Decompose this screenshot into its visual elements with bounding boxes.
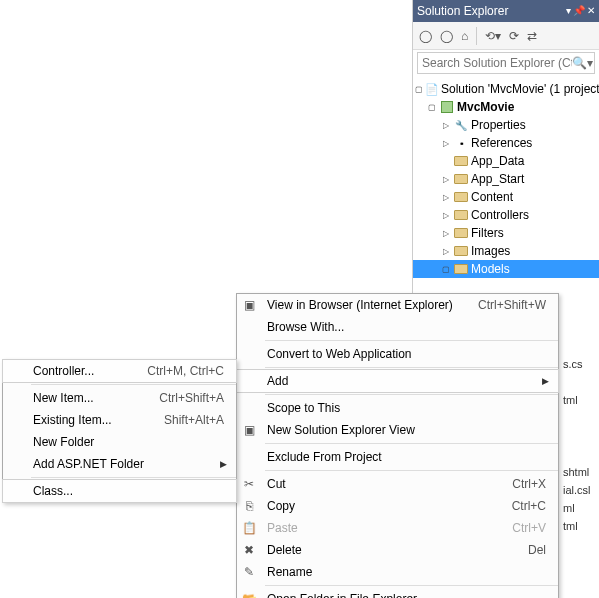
window-icon: ▣ <box>237 423 261 437</box>
folder-node[interactable]: Images <box>413 242 599 260</box>
submenu-existing-item[interactable]: Existing Item...Shift+Alt+A <box>3 409 236 431</box>
menu-delete[interactable]: ✖DeleteDel <box>237 539 558 561</box>
references-icon <box>453 136 469 150</box>
submenu-aspnet-folder[interactable]: Add ASP.NET Folder▶ <box>3 453 236 475</box>
separator <box>265 470 558 471</box>
menu-cut[interactable]: ✂CutCtrl+X <box>237 473 558 495</box>
submenu-class[interactable]: Class... <box>3 480 236 502</box>
submenu-arrow-icon: ▶ <box>542 376 554 386</box>
separator <box>265 394 558 395</box>
copy-icon: ⎘ <box>237 499 261 513</box>
separator <box>265 340 558 341</box>
open-folder-icon: 📂 <box>237 592 261 598</box>
menu-new-view[interactable]: ▣New Solution Explorer View <box>237 419 558 441</box>
folder-icon <box>453 172 469 186</box>
submenu-arrow-icon: ▶ <box>220 459 232 469</box>
wrench-icon <box>453 118 469 132</box>
menu-view-in-browser[interactable]: ▣View in Browser (Internet Explorer)Ctrl… <box>237 294 558 316</box>
add-submenu: Controller...Ctrl+M, Ctrl+C New Item...C… <box>2 359 237 503</box>
folder-icon <box>453 154 469 168</box>
folder-icon <box>453 244 469 258</box>
menu-convert[interactable]: Convert to Web Application <box>237 343 558 365</box>
panel-titlebar: Solution Explorer ▾ 📌 ✕ <box>413 0 599 22</box>
submenu-controller[interactable]: Controller...Ctrl+M, Ctrl+C <box>3 360 236 382</box>
folder-node[interactable]: Controllers <box>413 206 599 224</box>
folder-node[interactable]: Content <box>413 188 599 206</box>
separator <box>265 367 558 368</box>
paste-icon: 📋 <box>237 521 261 535</box>
submenu-new-item[interactable]: New Item...Ctrl+Shift+A <box>3 387 236 409</box>
separator <box>265 443 558 444</box>
context-menu: ▣View in Browser (Internet Explorer)Ctrl… <box>236 293 559 598</box>
back-icon[interactable]: ◯ <box>419 29 432 43</box>
collapse-icon[interactable]: ⇄ <box>527 29 537 43</box>
references-node[interactable]: References <box>413 134 599 152</box>
menu-add[interactable]: Add▶ <box>237 370 558 392</box>
search-icon[interactable]: 🔍 <box>572 56 587 70</box>
folder-node[interactable]: App_Start <box>413 170 599 188</box>
separator <box>265 585 558 586</box>
menu-paste: 📋PasteCtrl+V <box>237 517 558 539</box>
separator <box>476 27 477 45</box>
folder-node[interactable]: App_Data <box>413 152 599 170</box>
refresh-icon[interactable]: ⟳ <box>509 29 519 43</box>
menu-open-folder[interactable]: 📂Open Folder in File Explorer <box>237 588 558 598</box>
panel-title: Solution Explorer <box>417 0 508 22</box>
folder-icon <box>453 208 469 222</box>
separator <box>31 477 236 478</box>
browser-icon: ▣ <box>237 298 261 312</box>
search-box[interactable]: 🔍 ▾ <box>417 52 595 74</box>
forward-icon[interactable]: ◯ <box>440 29 453 43</box>
menu-rename[interactable]: ✎Rename <box>237 561 558 583</box>
sync-icon[interactable]: ⟲▾ <box>485 29 501 43</box>
search-input[interactable] <box>422 56 572 70</box>
project-icon <box>439 100 455 114</box>
obscured-tree-fragment: s.cstmlshtmlial.cslmltml <box>559 358 599 556</box>
menu-browse-with[interactable]: Browse With... <box>237 316 558 338</box>
menu-scope[interactable]: Scope to This <box>237 397 558 419</box>
home-icon[interactable]: ⌂ <box>461 29 468 43</box>
folder-icon <box>453 226 469 240</box>
solution-icon <box>425 82 439 96</box>
project-node[interactable]: MvcMovie <box>413 98 599 116</box>
folder-node[interactable]: Filters <box>413 224 599 242</box>
folder-node-models[interactable]: Models <box>413 260 599 278</box>
properties-node[interactable]: Properties <box>413 116 599 134</box>
folder-icon <box>453 262 469 276</box>
folder-icon <box>453 190 469 204</box>
submenu-new-folder[interactable]: New Folder <box>3 431 236 453</box>
solution-node[interactable]: Solution 'MvcMovie' (1 project) <box>413 80 599 98</box>
delete-icon: ✖ <box>237 543 261 557</box>
close-icon[interactable]: ✕ <box>587 0 595 22</box>
menu-copy[interactable]: ⎘CopyCtrl+C <box>237 495 558 517</box>
panel-toolbar: ◯ ◯ ⌂ ⟲▾ ⟳ ⇄ <box>413 22 599 50</box>
cut-icon: ✂ <box>237 477 261 491</box>
menu-exclude[interactable]: Exclude From Project <box>237 446 558 468</box>
rename-icon: ✎ <box>237 565 261 579</box>
tree-view: Solution 'MvcMovie' (1 project) MvcMovie… <box>413 76 599 282</box>
separator <box>31 384 236 385</box>
search-dropdown-icon[interactable]: ▾ <box>587 56 593 70</box>
dropdown-icon[interactable]: ▾ <box>566 0 571 22</box>
pin-icon[interactable]: 📌 <box>573 0 585 22</box>
